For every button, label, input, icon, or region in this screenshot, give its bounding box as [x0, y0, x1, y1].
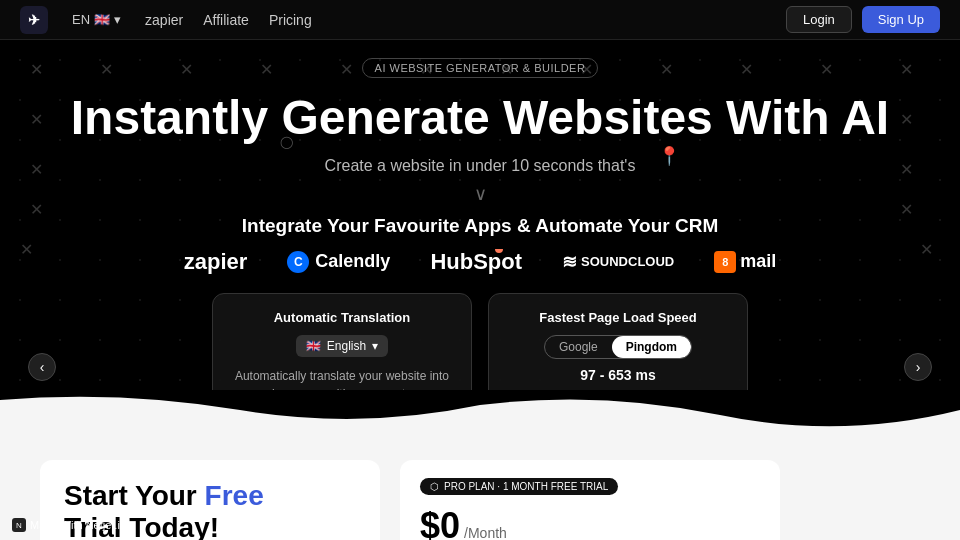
lang-value: English	[327, 339, 366, 353]
pro-badge-icon: ⬡	[430, 481, 439, 492]
chevron-down-icon: ▾	[114, 12, 121, 27]
translation-card: Automatic Translation 🇬🇧 English ▾ Autom…	[212, 293, 472, 390]
made-with-footer: N Made With Netjet.io	[12, 518, 126, 532]
zapier-logo: zapier	[184, 249, 248, 275]
hero-badge: AI WEBSITE GENERATOR & BUILDER	[362, 58, 599, 78]
pricing-card: ⬡ PRO PLAN · 1 MONTH FREE TRIAL $0 /Mont…	[400, 460, 780, 540]
feature-cards-row: Automatic Translation 🇬🇧 English ▾ Autom…	[20, 293, 940, 390]
lang-flag: 🇬🇧	[306, 339, 321, 353]
navbar: ✈ EN 🇬🇧 ▾ zapier Affiliate Pricing Login…	[0, 0, 960, 40]
bottom-section: Start Your Free Trial Today! Unlock all …	[0, 440, 960, 540]
trial-title-free: Free	[205, 480, 264, 511]
mail8-icon: 8	[714, 251, 736, 273]
price-period: /Month	[464, 525, 507, 540]
pro-badge-label: PRO PLAN · 1 MONTH FREE TRIAL	[444, 481, 608, 492]
pingdom-tab[interactable]: Pingdom	[612, 336, 691, 358]
language-dropdown[interactable]: 🇬🇧 English ▾	[296, 335, 388, 357]
carousel-next-button[interactable]: ›	[904, 353, 932, 381]
mail8-logo: 8 mail	[714, 251, 776, 273]
nav-product[interactable]: zapier	[145, 12, 183, 28]
speed-card-title: Fastest Page Load Speed	[509, 310, 727, 325]
nav-pricing[interactable]: Pricing	[269, 12, 312, 28]
wave-svg	[0, 390, 960, 440]
calendly-logo: C Calendly	[287, 251, 390, 273]
navbar-right: Login Sign Up	[786, 6, 940, 33]
speed-tabs: Google Pingdom	[544, 335, 692, 359]
hero-section: ✕ ✕ ✕ ✕ ✕ ✕ ✕ ✕ ✕ ✕ ✕ ✕ ✕ ✕ ✕ ✕ ✕ ✕ ✕ ✕ …	[0, 40, 960, 390]
speed-card: Fastest Page Load Speed Google Pingdom 9…	[488, 293, 748, 390]
soundcloud-icon: ≋	[562, 251, 577, 273]
made-with-label: Made With Netjet.io	[30, 519, 126, 531]
wave-separator	[0, 390, 960, 440]
feature-cards-wrapper: ‹ Automatic Translation 🇬🇧 English ▾ Aut…	[20, 293, 940, 390]
price-main: $0	[420, 505, 460, 540]
lang-label: EN	[72, 12, 90, 27]
hero-title: Instantly Generate Websites With AI	[20, 92, 940, 145]
netjet-icon: N	[12, 518, 26, 532]
nav-links: zapier Affiliate Pricing	[145, 12, 312, 28]
speed-value: 97 - 653 ms	[509, 367, 727, 383]
translation-card-desc: Automatically translate your website int…	[233, 367, 451, 390]
logo[interactable]: ✈	[20, 6, 48, 34]
login-button[interactable]: Login	[786, 6, 852, 33]
hero-subtitle: Create a website in under 10 seconds tha…	[20, 157, 940, 175]
chevron-down-icon: ▾	[372, 339, 378, 353]
hubspot-logo: HubSpot	[430, 249, 522, 275]
chevron-down-icon: ∨	[20, 183, 940, 205]
carousel-prev-button[interactable]: ‹	[28, 353, 56, 381]
pro-badge: ⬡ PRO PLAN · 1 MONTH FREE TRIAL	[420, 478, 618, 495]
translation-card-title: Automatic Translation	[233, 310, 451, 325]
signup-button[interactable]: Sign Up	[862, 6, 940, 33]
language-selector[interactable]: EN 🇬🇧 ▾	[72, 12, 121, 27]
soundcloud-logo: ≋ SOUNDCLOUD	[562, 251, 674, 273]
google-tab[interactable]: Google	[545, 336, 612, 358]
logo-icon: ✈	[28, 12, 40, 28]
navbar-left: ✈ EN 🇬🇧 ▾ zapier Affiliate Pricing	[20, 6, 312, 34]
price-row: $0 /Month	[420, 505, 760, 540]
speed-card-desc: The fastest page load speeds, under 0.5 …	[509, 389, 727, 390]
nav-affiliate[interactable]: Affiliate	[203, 12, 249, 28]
hubspot-dot	[495, 249, 503, 253]
integrate-title: Integrate Your Favourite Apps & Automate…	[20, 215, 940, 237]
lang-flag: 🇬🇧	[94, 12, 110, 27]
calendly-icon: C	[287, 251, 309, 273]
logos-strip: zapier C Calendly HubSpot ≋ SOUNDCLOUD 8…	[20, 249, 940, 275]
